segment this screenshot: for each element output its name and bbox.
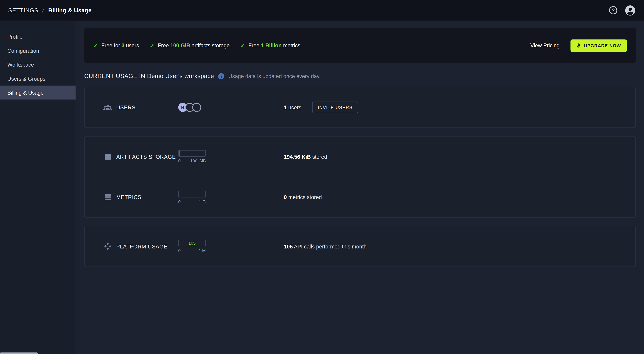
metrics-label-group: METRICS <box>103 193 178 201</box>
users-count: 1 users INVITE USERS <box>284 102 358 113</box>
users-card-label: USERS <box>116 104 136 110</box>
artifacts-card-label: ARTIFACTS STORAGE <box>116 153 176 160</box>
current-usage-title: CURRENT USAGE IN Demo User's workspace <box>84 73 214 79</box>
check-icon: ✓ <box>93 42 98 49</box>
app-root: SETTINGS / Billing & Usage ? Profile Con… <box>0 0 644 354</box>
info-icon: i <box>218 73 224 79</box>
platform-scale: 0 1 M <box>178 248 206 253</box>
check-icon: ✓ <box>150 42 154 49</box>
view-pricing-link[interactable]: View Pricing <box>530 42 560 49</box>
metrics-scale: 0 1 G <box>178 199 206 204</box>
feature-text: Free 100 GiB artifacts storage <box>158 42 230 49</box>
sidebar-item-users-groups[interactable]: Users & Groups <box>0 72 76 86</box>
sidebar-item-workspace[interactable]: Workspace <box>0 58 76 71</box>
feature-free-users: ✓ Free for 3 users <box>93 42 139 49</box>
feature-text: Free 1 Billion metrics <box>248 42 300 49</box>
breadcrumb-settings[interactable]: SETTINGS <box>8 7 38 14</box>
platform-calls-value: 105 API calls performed this month <box>284 243 366 249</box>
metrics-widget: 0 1 G <box>178 191 284 204</box>
users-row: USERS R 1 users INVITE USERS <box>84 87 635 127</box>
horizontal-scrollbar-thumb[interactable] <box>0 352 38 354</box>
metrics-card-label: METRICS <box>116 194 141 200</box>
artifacts-progress-bar <box>178 150 206 157</box>
user-avatars: R <box>178 103 284 112</box>
usage-update-note: Usage data is updated once every day. <box>228 73 320 79</box>
platform-usage-row: PLATFORM USAGE 105 0 1 M 105 API calls <box>84 226 635 267</box>
artifacts-stored-value: 194.56 KiB stored <box>284 153 327 160</box>
artifacts-widget: 0 100 GiB <box>178 150 284 163</box>
avatar-empty-slot <box>192 103 201 112</box>
rocket-icon <box>576 43 581 48</box>
breadcrumb-separator: / <box>42 7 45 14</box>
platform-widget: 105 0 1 M <box>178 240 284 253</box>
platform-progress-bar: 105 <box>178 240 206 246</box>
breadcrumb: SETTINGS / Billing & Usage <box>8 7 92 14</box>
invite-users-button[interactable]: INVITE USERS <box>312 102 358 113</box>
platform-label-group: PLATFORM USAGE <box>103 242 178 250</box>
upgrade-now-label: UPGRADE NOW <box>584 43 621 48</box>
current-usage-header: CURRENT USAGE IN Demo User's workspace i… <box>84 73 636 79</box>
sidebar-item-profile[interactable]: Profile <box>0 30 76 44</box>
artifacts-label-group: ARTIFACTS STORAGE <box>103 153 178 161</box>
help-glyph: ? <box>612 7 615 13</box>
metrics-server-icon <box>103 193 112 201</box>
free-tier-features: ✓ Free for 3 users ✓ Free 100 GiB artifa… <box>93 42 300 49</box>
users-usage-card: USERS R 1 users INVITE USERS <box>84 87 636 128</box>
platform-bar-value: 105 <box>179 240 206 246</box>
users-group-icon <box>103 103 112 111</box>
feature-text: Free for 3 users <box>102 42 139 49</box>
topbar: SETTINGS / Billing & Usage ? <box>0 0 644 21</box>
feature-free-storage: ✓ Free 100 GiB artifacts storage <box>150 42 230 49</box>
breadcrumb-current-page: Billing & Usage <box>48 7 92 14</box>
feature-free-metrics: ✓ Free 1 Billion metrics <box>240 42 300 49</box>
free-tier-banner: ✓ Free for 3 users ✓ Free 100 GiB artifa… <box>84 28 636 63</box>
users-label-group: USERS <box>103 103 178 111</box>
storage-server-icon <box>103 153 112 161</box>
upgrade-now-button[interactable]: UPGRADE NOW <box>570 39 627 52</box>
metrics-stored-value: 0 metrics stored <box>284 194 322 200</box>
user-avatar-icon[interactable] <box>625 5 636 16</box>
users-widget: R <box>178 103 284 112</box>
storage-metrics-card: ARTIFACTS STORAGE 0 100 GiB 194.56 Ki <box>84 136 636 218</box>
settings-sidebar: Profile Configuration Workspace Users & … <box>0 21 76 354</box>
check-icon: ✓ <box>240 42 245 49</box>
metrics-progress-bar <box>178 191 206 197</box>
sidebar-item-configuration[interactable]: Configuration <box>0 44 76 58</box>
platform-card-label: PLATFORM USAGE <box>116 243 168 249</box>
main-content: ✓ Free for 3 users ✓ Free 100 GiB artifa… <box>76 21 644 354</box>
artifacts-scale: 0 100 GiB <box>178 158 206 163</box>
platform-nodes-icon <box>103 242 112 250</box>
help-icon[interactable]: ? <box>609 6 617 14</box>
sidebar-item-billing-usage[interactable]: Billing & Usage <box>0 86 76 99</box>
artifacts-storage-row: ARTIFACTS STORAGE 0 100 GiB 194.56 Ki <box>84 136 635 177</box>
artifacts-progress-fill <box>179 150 180 156</box>
platform-usage-card: PLATFORM USAGE 105 0 1 M 105 API calls <box>84 226 636 267</box>
metrics-row: METRICS 0 1 G 0 metrics stored <box>84 177 635 217</box>
account-circle-icon <box>625 5 636 16</box>
